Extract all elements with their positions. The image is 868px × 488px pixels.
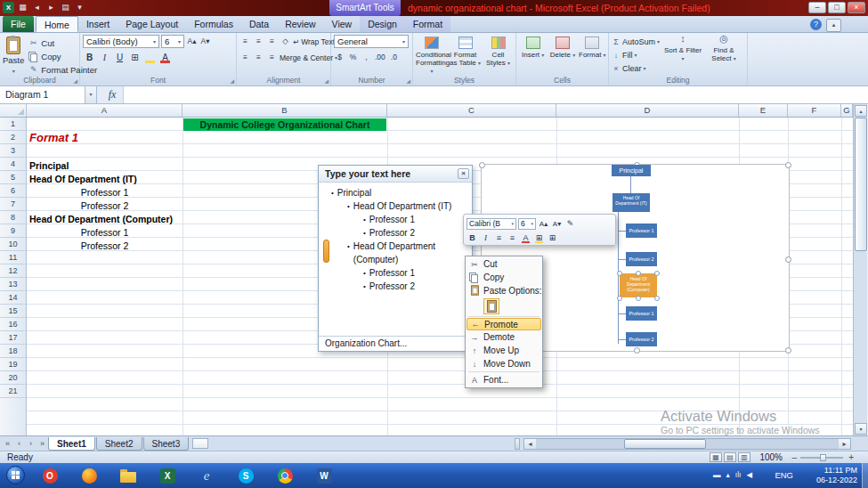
tab-format[interactable]: Format xyxy=(405,16,450,32)
frame-handle[interactable] xyxy=(634,347,640,354)
row-header[interactable]: 6 xyxy=(0,184,26,198)
org-node-professor2-it[interactable]: Professor 2 xyxy=(626,252,657,266)
clipboard-dialog-launcher-icon[interactable]: ◢ xyxy=(73,77,77,84)
number-dialog-launcher-icon[interactable]: ◢ xyxy=(406,77,410,84)
frame-handle[interactable] xyxy=(785,347,791,354)
mini-format-painter-button[interactable]: ✎ xyxy=(564,218,576,230)
minimize-ribbon-icon[interactable]: ▴ xyxy=(826,19,841,32)
mini-fill-color-button[interactable]: ⊞ xyxy=(533,232,545,244)
increase-decimal-button[interactable]: .00 xyxy=(374,51,386,64)
grow-font-button[interactable]: A▴ xyxy=(186,35,198,48)
frame-handle[interactable] xyxy=(479,162,485,168)
paste-option-keep-formatting-button[interactable] xyxy=(483,298,499,314)
normal-view-button[interactable]: ▦ xyxy=(710,452,722,462)
tab-home[interactable]: Home xyxy=(36,16,78,32)
row-header[interactable]: 3 xyxy=(0,144,26,158)
close-icon[interactable]: × xyxy=(458,168,469,179)
sort-filter-button[interactable]: ↕ Sort & Filter ▾ xyxy=(663,35,702,74)
print-icon[interactable]: ▤ xyxy=(60,2,71,13)
next-sheet-icon[interactable]: › xyxy=(25,437,37,450)
org-node-hod-computer-selected[interactable]: Head Of Department (Computer) xyxy=(620,273,657,297)
taskbar-ie-icon[interactable]: e xyxy=(196,466,217,485)
taskbar-chrome-icon[interactable] xyxy=(274,466,296,485)
format-as-table-button[interactable]: Format as Table ▾ xyxy=(450,35,481,76)
mini-bold-button[interactable]: B xyxy=(466,232,478,244)
mini-font-size-dropdown-icon[interactable]: ▾ xyxy=(531,218,533,229)
row-header[interactable]: 10 xyxy=(0,238,26,251)
show-desktop-button[interactable] xyxy=(862,463,868,488)
taskbar-firefox-icon[interactable] xyxy=(78,466,100,485)
menu-item-move-up[interactable]: ↑ Move Up xyxy=(466,344,541,357)
cell-a2[interactable]: Format 1 xyxy=(29,131,78,144)
name-box[interactable]: Diagram 1 xyxy=(0,86,85,103)
insert-worksheet-button[interactable] xyxy=(192,438,208,449)
merge-center-button[interactable]: Merge & Center ▾ xyxy=(280,53,337,62)
minimize-button[interactable]: – xyxy=(808,2,826,13)
column-header-g[interactable]: G xyxy=(841,104,853,117)
zoom-out-icon[interactable]: – xyxy=(791,452,797,463)
format-as-table-dropdown-icon[interactable]: ▾ xyxy=(478,61,481,66)
font-size-combo[interactable]: 6 ▾ xyxy=(161,35,184,48)
volume-icon[interactable]: ◀ xyxy=(746,470,752,480)
row-header[interactable]: 4 xyxy=(0,158,26,171)
cell-a9[interactable]: Professor 1 xyxy=(27,227,183,238)
mini-shrink-font-button[interactable]: A▾ xyxy=(551,218,563,230)
taskbar-opera-icon[interactable]: O xyxy=(39,466,61,485)
font-size-dropdown-icon[interactable]: ▾ xyxy=(178,36,181,48)
conditional-formatting-button[interactable]: Conditional Formatting ▾ xyxy=(416,35,448,76)
tab-file[interactable]: File xyxy=(3,16,34,32)
text-pane-item[interactable]: •Principal xyxy=(331,186,472,199)
delete-cells-button[interactable]: Delete ▾ xyxy=(548,35,576,60)
align-top-button[interactable]: ≡ xyxy=(239,35,251,48)
decrease-decimal-button[interactable]: .0 xyxy=(388,51,400,64)
network-icon[interactable]: ılı xyxy=(735,470,742,480)
fill-color-button[interactable]: A xyxy=(143,51,157,64)
bold-button[interactable]: B xyxy=(83,51,96,64)
close-button[interactable]: × xyxy=(848,2,865,13)
mini-font-name-dropdown-icon[interactable]: ▾ xyxy=(511,218,514,229)
insert-cells-dropdown-icon[interactable]: ▾ xyxy=(541,53,544,58)
formula-input[interactable] xyxy=(123,86,868,103)
row-header[interactable]: 20 xyxy=(0,371,26,385)
fill-dropdown-icon[interactable]: ▾ xyxy=(635,52,637,58)
vertical-scroll-thumb[interactable] xyxy=(855,118,867,251)
format-cells-button[interactable]: Format ▾ xyxy=(579,35,606,60)
taskbar-excel-icon[interactable]: X xyxy=(157,466,178,485)
previous-sheet-icon[interactable]: ‹ xyxy=(13,437,25,450)
sort-filter-dropdown-icon[interactable]: ▾ xyxy=(682,56,685,61)
cell-styles-dropdown-icon[interactable]: ▾ xyxy=(507,61,510,66)
node-handle[interactable] xyxy=(654,296,660,301)
row-header[interactable]: 19 xyxy=(0,358,26,371)
row-header[interactable]: 8 xyxy=(0,211,26,224)
text-pane-item[interactable]: •Professor 2 xyxy=(363,226,472,240)
cell-a7[interactable]: Professor 2 xyxy=(27,200,183,211)
mini-borders-button[interactable]: ⊞ xyxy=(547,232,558,244)
row-header[interactable]: 16 xyxy=(0,318,26,331)
sheet-tab-sheet2[interactable]: Sheet2 xyxy=(96,437,142,451)
cell-a5[interactable]: Head Of Department (IT) xyxy=(29,174,137,184)
menu-item-copy[interactable]: Copy xyxy=(466,271,541,284)
row-header[interactable]: 13 xyxy=(0,278,26,291)
row-header[interactable]: 1 xyxy=(0,118,26,131)
node-handle[interactable] xyxy=(654,271,660,276)
maximize-button[interactable]: □ xyxy=(828,2,846,13)
zoom-in-icon[interactable]: + xyxy=(848,452,854,463)
zoom-slider-thumb[interactable] xyxy=(820,454,826,461)
row-header[interactable]: 5 xyxy=(0,171,26,184)
wrap-text-button[interactable]: ↵ Wrap Text xyxy=(293,37,335,46)
tab-formulas[interactable]: Formulas xyxy=(186,16,241,32)
column-header-b[interactable]: B xyxy=(183,104,387,117)
last-sheet-icon[interactable]: » xyxy=(37,437,48,450)
sheet-tab-sheet3[interactable]: Sheet3 xyxy=(143,437,190,451)
mini-italic-button[interactable]: I xyxy=(480,232,491,244)
align-left-button[interactable]: ≡ xyxy=(239,51,251,64)
column-header-a[interactable]: A xyxy=(27,104,183,117)
paste-dropdown-icon[interactable]: ▾ xyxy=(12,69,15,74)
conditional-formatting-dropdown-icon[interactable]: ▾ xyxy=(430,69,433,74)
autosum-button[interactable]: Σ AutoSum ▾ xyxy=(612,36,660,47)
hidden-icons-icon[interactable]: ▴ xyxy=(726,470,730,480)
language-indicator[interactable]: ENG xyxy=(775,470,793,480)
mini-align-justify-button[interactable]: ≡ xyxy=(507,232,518,244)
orientation-button[interactable]: ◇ xyxy=(280,35,291,48)
tab-page-layout[interactable]: Page Layout xyxy=(118,16,186,32)
